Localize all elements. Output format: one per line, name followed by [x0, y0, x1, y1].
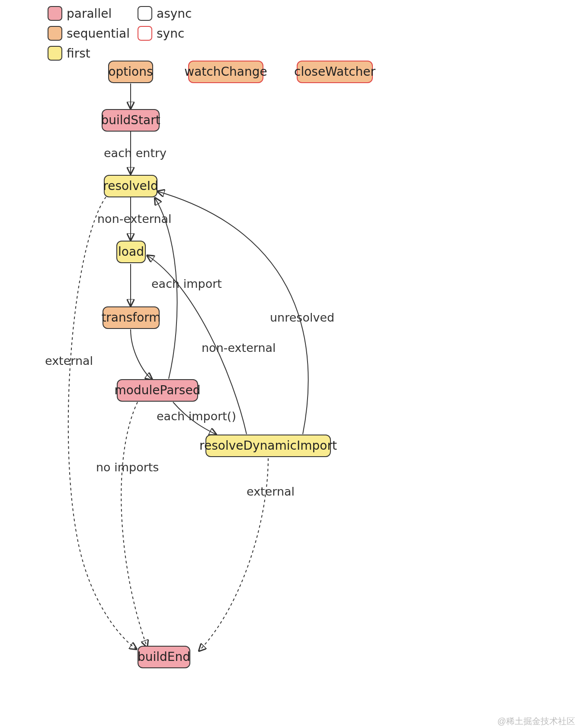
edge-resolveId-buildEnd — [68, 197, 137, 649]
legend-swatch-parallel — [48, 6, 62, 21]
legend-sequential: sequential — [48, 26, 130, 41]
node-moduleParsed-label: moduleParsed — [115, 384, 201, 397]
node-closeWatcher: closeWatcher — [297, 61, 373, 83]
node-options: options — [108, 61, 153, 83]
node-transform: transform — [103, 306, 160, 329]
legend-label-parallel: parallel — [67, 6, 112, 21]
node-buildStart: buildStart — [102, 109, 160, 132]
legend-label-sequential: sequential — [67, 26, 130, 41]
node-load: load — [116, 241, 146, 263]
node-resolveId: resolveId — [104, 175, 157, 197]
edgelabel-external-2: external — [247, 485, 295, 498]
legend-label-first: first — [67, 46, 90, 61]
node-buildStart-label: buildStart — [101, 114, 160, 127]
edge-transform-moduleParsed — [131, 329, 152, 380]
node-load-label: load — [118, 245, 144, 259]
legend-label-async: async — [157, 6, 192, 21]
node-moduleParsed: moduleParsed — [117, 379, 198, 402]
legend-parallel: parallel — [48, 6, 130, 21]
node-options-label: options — [108, 65, 153, 79]
edgelabel-each-import: each import — [151, 277, 222, 290]
edgelabel-each-importfn: each import() — [157, 409, 236, 423]
edgelabel-unresolved: unresolved — [270, 311, 334, 324]
legend: parallel sequential first async sync — [48, 6, 192, 61]
node-resolveDynamicImport-label: resolveDynamicImport — [199, 439, 337, 453]
edgelabel-non-external-1: non-external — [97, 212, 172, 225]
edgelabel-no-imports: no imports — [96, 461, 159, 474]
legend-async: async — [138, 6, 192, 21]
edgelabel-each-entry: each entry — [104, 146, 167, 160]
legend-sync: sync — [138, 26, 192, 41]
legend-swatch-async — [138, 6, 152, 21]
legend-swatch-first — [48, 46, 62, 61]
node-buildEnd-label: buildEnd — [138, 651, 190, 664]
node-transform-label: transform — [101, 311, 160, 325]
node-closeWatcher-label: closeWatcher — [294, 65, 375, 79]
legend-swatch-sequential — [48, 26, 62, 41]
legend-col-2: async sync — [138, 6, 192, 61]
node-buildEnd: buildEnd — [138, 646, 190, 668]
node-watchChange: watchChange — [188, 61, 263, 83]
edgelabel-external: external — [45, 354, 93, 367]
node-resolveId-label: resolveId — [103, 180, 158, 193]
node-resolveDynamicImport: resolveDynamicImport — [205, 435, 331, 457]
edgelabel-non-external-2: non-external — [202, 341, 276, 354]
legend-col-1: parallel sequential first — [48, 6, 130, 61]
edge-moduleParsed-buildEnd — [121, 402, 147, 647]
legend-label-sync: sync — [157, 26, 184, 41]
watermark: @稀土掘金技术社区 — [497, 715, 575, 727]
legend-first: first — [48, 46, 130, 61]
legend-swatch-sync — [138, 26, 152, 41]
node-watchChange-label: watchChange — [184, 65, 267, 79]
